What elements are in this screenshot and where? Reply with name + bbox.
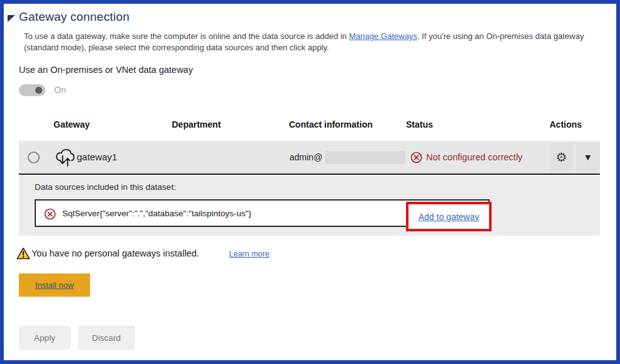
status-text: Not configured correctly (426, 152, 522, 162)
learn-more-link[interactable]: Learn more (229, 250, 269, 258)
gateway-toggle-label: Use an On-premises or VNet data gateway (19, 65, 193, 75)
gateway-actions-dropdown[interactable]: ▼ (576, 143, 600, 172)
manage-gateways-link[interactable]: Manage Gateways (349, 31, 417, 41)
column-header-department: Department (172, 119, 221, 130)
collapse-section-icon[interactable] (8, 15, 15, 22)
warning-icon (16, 247, 30, 260)
datasources-panel: Data sources included in this dataset: S… (19, 176, 600, 236)
no-personal-gateway-text: You have no personal gateways installed. (31, 248, 199, 258)
gear-icon: ⚙ (556, 150, 567, 165)
annotation-highlight: Add to gateway (406, 202, 492, 231)
column-header-gateway: Gateway (54, 119, 90, 130)
gateway-connection-panel: Gateway connection To use a data gateway… (0, 0, 620, 364)
description-part1: To use a data gateway, make sure the com… (24, 31, 349, 41)
datasources-label: Data sources included in this dataset: (35, 182, 176, 192)
description-text: To use a data gateway, make sure the com… (24, 31, 595, 53)
column-header-contact: Contact information (289, 119, 373, 130)
toggle-state-label: On (54, 85, 66, 95)
column-header-status: Status (406, 119, 433, 130)
chevron-down-icon: ▼ (585, 153, 590, 162)
discard-button[interactable]: Discard (78, 326, 135, 350)
gateway-cloud-icon (54, 148, 76, 167)
gateway-radio[interactable] (28, 152, 40, 163)
gateway-row[interactable]: gateway1 admin@ Not configured correctly… (19, 141, 600, 175)
contact-text: admin@ (290, 152, 322, 162)
status-error-icon (410, 152, 422, 163)
column-header-actions: Actions (550, 119, 582, 130)
datasource-error-icon (44, 208, 56, 220)
gateway-name: gateway1 (77, 152, 117, 162)
gateway-toggle-switch[interactable] (19, 84, 45, 96)
section-header: Gateway connection (8, 10, 130, 24)
apply-button[interactable]: Apply (19, 326, 70, 350)
section-title: Gateway connection (19, 10, 130, 24)
install-now-button[interactable]: Install now (19, 273, 90, 297)
gateway-settings-button[interactable]: ⚙ (550, 143, 573, 172)
redacted-contact (325, 151, 405, 164)
datasource-connection-string: SqlServer{"server":".","database":"tails… (62, 209, 251, 218)
toggle-knob (35, 87, 42, 94)
add-to-gateway-link[interactable]: Add to gateway (419, 212, 480, 222)
